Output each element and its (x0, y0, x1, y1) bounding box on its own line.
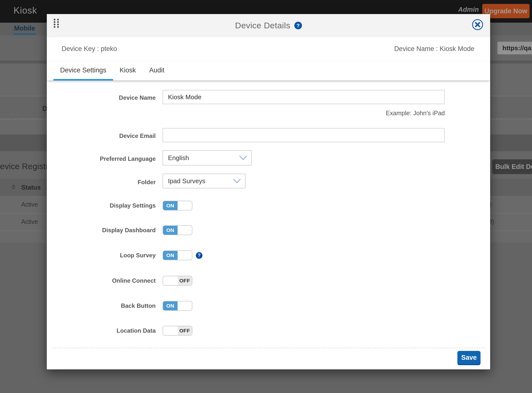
folder-select[interactable]: Ipad Surveys (163, 174, 246, 188)
tab-kiosk[interactable]: Kiosk (113, 61, 143, 81)
sort-icon (12, 184, 15, 190)
display-settings-label: Display Settings (47, 202, 156, 209)
display-dashboard-toggle[interactable]: ON (163, 225, 192, 235)
save-button[interactable]: Save (457, 351, 481, 365)
device-key-text: Device Key : pteko (62, 45, 117, 53)
share-url-input: https://qa.c (497, 41, 532, 55)
chevron-down-icon (233, 178, 241, 184)
tab-device-settings[interactable]: Device Settings (53, 61, 113, 81)
location-data-toggle[interactable]: OFF (163, 326, 192, 336)
footer-divider (52, 348, 485, 348)
device-name-helper: Example: John's iPad (163, 110, 445, 117)
modal-title-bar: Device Details ? (47, 14, 490, 37)
device-email-input[interactable] (163, 128, 445, 142)
modal-subheader: Device Key : pteko Device Name : Kiosk M… (47, 37, 490, 61)
device-name-label: Device Name (47, 94, 156, 101)
display-settings-toggle[interactable]: ON (163, 201, 192, 211)
chevron-down-icon (239, 155, 247, 161)
online-connect-toggle[interactable]: OFF (163, 276, 192, 286)
device-registrations-heading: evice Registr (0, 162, 49, 171)
admin-label: Admin (458, 6, 479, 14)
location-data-label: Location Data (47, 327, 156, 334)
status-column-header: Status (21, 184, 41, 191)
status-cell: Active (21, 201, 38, 208)
close-icon[interactable] (471, 18, 484, 31)
breadcrumb-chevron-icon: › (0, 7, 0, 18)
modal-header-group: Device Details ? Device Key : pteko Devi… (47, 14, 490, 81)
online-connect-label: Online Connect (47, 277, 156, 284)
back-button-toggle[interactable]: ON (163, 301, 192, 311)
modal-tab-bar: Device Settings Kiosk Audit (47, 61, 490, 81)
loop-survey-help-icon[interactable]: ? (196, 252, 202, 259)
device-name-text: Device Name : Kiosk Mode (394, 45, 474, 53)
status-cell: Active (21, 218, 38, 225)
loop-survey-toggle[interactable]: ON (163, 250, 192, 260)
help-icon[interactable]: ? (294, 22, 302, 29)
display-dashboard-label: Display Dashboard (47, 227, 156, 234)
tab-audit[interactable]: Audit (143, 61, 171, 81)
modal-body: Device Name Example: John's iPad Device … (47, 81, 490, 369)
device-key-label-partial: D (42, 105, 47, 113)
mobile-tab-underline (14, 33, 36, 35)
page-title: Kiosk (14, 5, 37, 16)
bulk-edit-devices-button: Bulk Edit Dev (492, 159, 532, 174)
device-name-input[interactable] (163, 90, 445, 104)
folder-label: Folder (47, 179, 156, 186)
preferred-language-label: Preferred Language (47, 155, 156, 162)
loop-survey-label: Loop Survey (47, 252, 156, 259)
modal-title: Device Details (235, 21, 290, 30)
preferred-language-select[interactable]: English (163, 150, 252, 165)
folder-value: Ipad Surveys (168, 177, 205, 185)
device-email-label: Device Email (47, 132, 156, 139)
tab-mobile: Mobile (14, 25, 35, 32)
preferred-language-value: English (168, 154, 189, 162)
device-details-modal: Device Details ? Device Key : pteko Devi… (47, 14, 490, 369)
back-button-label: Back Button (47, 302, 156, 309)
